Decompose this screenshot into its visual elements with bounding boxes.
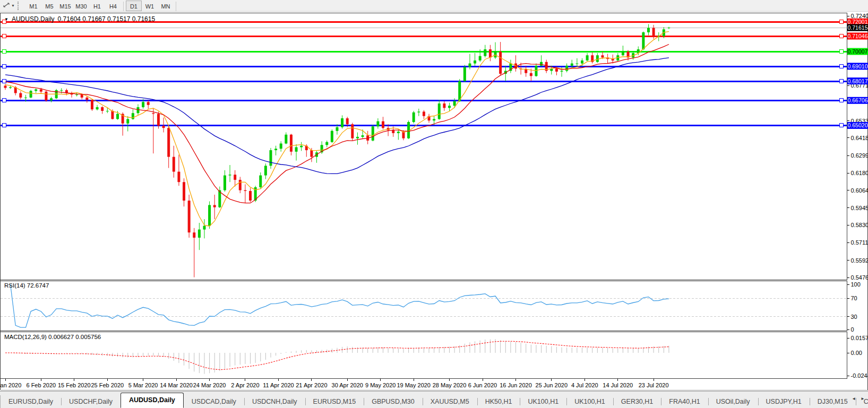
price-label-box-text: 0.65020 [848,122,868,128]
tabs-scroll-left-icon[interactable]: ◄ [852,396,856,401]
candle-body [264,166,267,175]
candle-body [106,111,109,111]
timeframe-button-m30[interactable]: M30 [73,1,89,11]
candle-body [30,91,32,98]
candle-body [397,132,400,133]
hline-handle[interactable] [840,124,844,127]
chart-symbol-label: AUDUSD,Daily [12,15,55,23]
candle-body [596,55,599,62]
tab-gbpusd-m30[interactable]: GBPUSD,M30 [364,395,423,408]
candle-body [162,126,165,128]
candle-body [325,142,328,145]
tabs-scroll-right-icon[interactable]: ► [861,396,865,401]
tab-uk100-h1[interactable]: UK100,H1 [566,395,613,408]
hline-handle[interactable] [3,50,6,54]
candle-body [75,94,78,95]
candle-body [453,101,456,106]
price-axis-tick-label: 0.55920 [851,257,868,264]
time-axis-label: 28 Jan 2020 [0,382,21,388]
candle-body [622,51,624,55]
timeframe-button-d1[interactable]: D1 [126,1,142,11]
timeframe-button-m1[interactable]: M1 [25,1,41,11]
candle-body [229,175,231,175]
tab-xauusd-m5[interactable]: XAUUSD,M5 [423,395,477,408]
hline-handle[interactable] [3,124,6,127]
hline-handle[interactable] [840,80,844,83]
tab-dj30-m15[interactable]: DJ30,M15 [810,395,856,408]
tab-audusd-daily[interactable]: AUDUSD,Daily [121,393,184,408]
candle-body [40,89,42,91]
hline-handle[interactable] [840,50,844,54]
time-axis-label: 6 Jun 2020 [468,382,497,388]
time-axis-label: 16 Jun 2020 [500,382,532,388]
timeframe-button-h1[interactable]: H1 [89,1,105,11]
chart-ohlc-values: 0.71604 0.71667 0.71517 0.71615 [58,15,156,23]
candle-body [382,121,384,128]
toolbar-separator [176,2,176,11]
candle-body [565,66,568,71]
tab-eurusd-daily[interactable]: EURUSD,Daily [1,395,61,408]
tab-usdjpy-h1[interactable]: USDJPY,H1 [758,395,810,408]
toolbar-drag-grip[interactable] [18,2,21,10]
timeframe-button-h4[interactable]: H4 [105,1,121,11]
hline-handle[interactable] [3,34,6,38]
candle-body [362,135,364,137]
candle-body [310,150,313,157]
candle-body [274,149,277,150]
time-axis-label: 5 Mar 2020 [128,382,158,388]
tab-usdchf-daily[interactable]: USDCHF,Daily [61,395,121,408]
tab-hk50-h1[interactable]: HK50,H1 [477,395,520,408]
candle-body [575,64,578,64]
price-label-box-text: 0.70007 [848,48,868,55]
cursor-tool-button[interactable]: ▼ [2,1,16,11]
tab-fra40-h1[interactable]: FRA40,H1 [661,395,708,408]
price-label-box-text: 0.71615 [848,24,868,31]
candle-body [540,62,543,66]
hline-handle[interactable] [3,80,6,83]
hline-handle[interactable] [3,99,6,102]
candle-body [290,135,293,152]
tab-ger30-h1[interactable]: GER30,H1 [613,395,661,408]
toolbar-separator [123,2,124,11]
candle-body [494,51,497,57]
price-axis-tick-label: 0.57110 [851,239,868,246]
candle-body [136,107,139,113]
macd-indicator-label: MACD(12,26,9) 0.006627 0.005756 [4,334,101,340]
time-axis-label: 2 Apr 2020 [231,382,259,388]
candle-body [239,180,242,190]
candle-body [601,55,604,57]
candle-body [224,176,226,190]
chart-background [0,12,868,391]
candle-body [525,70,527,73]
price-axis-tick-label: 0.54765 [851,274,868,281]
rsi-axis-tick-label: 100 [851,281,861,288]
timeframe-button-w1[interactable]: W1 [142,1,158,11]
tab-usdcnh-daily[interactable]: USDCNH,Daily [244,395,305,408]
timeframe-button-m5[interactable]: M5 [41,1,57,11]
candle-body [300,146,303,147]
hline-handle[interactable] [840,65,844,68]
hline-handle[interactable] [840,20,844,24]
timeframe-button-mn[interactable]: MN [158,1,174,11]
tab-eurusd-m15[interactable]: EURUSD,M15 [305,395,364,408]
rsi-indicator-label: RSI(14) 72.6747 [4,282,49,289]
candle-body [24,98,27,98]
candle-body [177,172,180,183]
candle-body [581,60,583,64]
candle-body [448,106,451,108]
candle-body [126,119,129,123]
tab-usoil-daily[interactable]: USOil,Daily [708,395,758,408]
price-axis-tick-label: 0.72405 [851,13,868,19]
candle-body [249,191,252,201]
tab-uk100-h1[interactable]: UK100,H1 [520,395,566,408]
candle-body [479,56,482,60]
chart-canvas[interactable]: 0.724050.677150.653350.641800.629900.618… [0,12,868,391]
hline-handle[interactable] [840,34,844,38]
tab-usdcad-daily[interactable]: USDCAD,Daily [184,395,244,408]
chart-collapse-icon[interactable]: ▼ [4,17,8,22]
candle-body [443,103,445,108]
hline-handle[interactable] [840,99,844,102]
hline-handle[interactable] [3,65,6,68]
timeframe-button-m15[interactable]: M15 [57,1,73,11]
candle-body [463,67,466,82]
